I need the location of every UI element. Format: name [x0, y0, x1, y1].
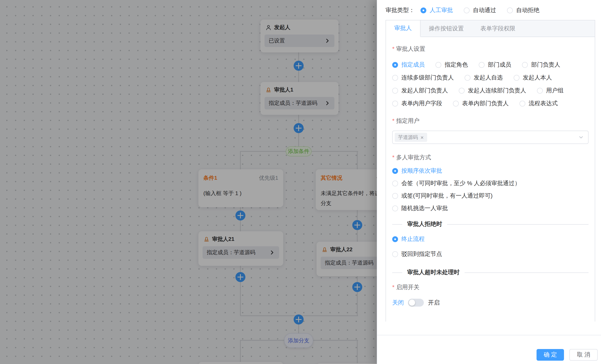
- selected-user-tag: 芋道源码 ×: [395, 133, 427, 142]
- approval-type-label: 审批类型：: [386, 7, 415, 14]
- approval-settings-drawer: 审批类型： 人工审批 自动通过 自动拒绝 审批人 操作按钮设置 表单字段权限: [377, 0, 601, 364]
- radio-terminate-process[interactable]: 终止流程: [392, 235, 589, 243]
- reject-section-title: 审批人拒绝时: [407, 221, 442, 228]
- radio-icon: [392, 236, 398, 242]
- drawer-scroll-area[interactable]: 审批人 操作按钮设置 表单字段权限 *审批人设置 指定成员 指定角色 部门成员 …: [386, 20, 595, 322]
- radio-icon: [421, 8, 426, 13]
- assign-user-label: *指定用户: [392, 117, 589, 125]
- radio-return-to-node[interactable]: 驳回到指定节点: [392, 250, 589, 258]
- radio-sequential[interactable]: 按顺序依次审批: [392, 167, 589, 175]
- required-asterisk: *: [392, 117, 394, 124]
- radio-dept-leader[interactable]: 部门负责人: [522, 61, 560, 69]
- enable-switch-label: *启用开关: [392, 284, 589, 291]
- radio-auto-pass[interactable]: 自动通过: [464, 7, 496, 14]
- radio-initiator-dept-leader[interactable]: 发起人部门负责人: [392, 87, 448, 94]
- radio-icon: [464, 8, 470, 13]
- radio-dept-member[interactable]: 部门成员: [479, 61, 511, 69]
- radio-icon: [392, 168, 398, 174]
- radio-icon: [507, 8, 513, 13]
- radio-process-expression[interactable]: 流程表达式: [520, 100, 558, 107]
- drawer-footer: 确 定 取 消: [377, 335, 601, 364]
- radio-user-group[interactable]: 用户组: [537, 87, 564, 94]
- tag-close-icon[interactable]: ×: [421, 135, 424, 140]
- cancel-button[interactable]: 取 消: [569, 349, 598, 361]
- radio-icon: [435, 62, 441, 68]
- chevron-down-icon: [578, 134, 584, 140]
- radio-form-dept-leader[interactable]: 表单内部门负责人: [453, 100, 509, 107]
- tab-approver[interactable]: 审批人: [386, 20, 421, 37]
- reject-options: 终止流程 驳回到指定节点: [392, 235, 589, 258]
- radio-icon: [392, 251, 398, 257]
- radio-icon: [453, 101, 459, 107]
- radio-countersign[interactable]: 会签（可同时审批，至少 % 人必须审批通过）: [392, 180, 589, 187]
- switch-off-label: 关闭: [392, 299, 404, 306]
- approver-setting-label: *审批人设置: [392, 45, 589, 53]
- confirm-button[interactable]: 确 定: [537, 349, 564, 361]
- radio-assign-role[interactable]: 指定角色: [435, 61, 468, 69]
- required-asterisk: *: [392, 154, 394, 161]
- tab-approver-panel: *审批人设置 指定成员 指定角色 部门成员 部门负责人 连续多级部门负责人 发起…: [386, 37, 595, 322]
- radio-initiator-multi-dept-leader[interactable]: 发起人连续部门负责人: [459, 87, 526, 94]
- radio-initiator-self[interactable]: 发起人本人: [514, 74, 552, 81]
- radio-initiator-choose[interactable]: 发起人自选: [465, 74, 503, 81]
- switch-on-label: 开启: [428, 299, 440, 306]
- radio-icon: [479, 62, 485, 68]
- timeout-toggle-switch[interactable]: [408, 299, 424, 307]
- flow-designer-screen: 发起人 已设置 审批人1 指定成员：芋道源码: [0, 0, 601, 364]
- required-asterisk: *: [392, 45, 394, 52]
- tab-bar: 审批人 操作按钮设置 表单字段权限: [386, 20, 595, 37]
- timeout-section-divider: 审批人超时未处理时: [392, 269, 589, 276]
- radio-orsign[interactable]: 或签(可同时审批，有一人通过即可): [392, 192, 589, 200]
- timeout-section-title: 审批人超时未处理时: [407, 269, 460, 276]
- radio-random-one[interactable]: 随机挑选一人审批: [392, 205, 589, 212]
- radio-icon: [459, 88, 465, 94]
- radio-icon: [392, 193, 398, 199]
- radio-manual-approve[interactable]: 人工审批: [421, 7, 453, 14]
- multi-mode-options: 按顺序依次审批 会签（可同时审批，至少 % 人必须审批通过） 或签(可同时审批，…: [392, 167, 589, 212]
- radio-icon: [392, 181, 398, 186]
- approval-type-row: 审批类型： 人工审批 自动通过 自动拒绝: [377, 0, 601, 17]
- required-asterisk: *: [392, 284, 394, 290]
- radio-icon: [520, 101, 525, 107]
- radio-auto-reject[interactable]: 自动拒绝: [507, 7, 540, 14]
- assign-user-select[interactable]: 芋道源码 ×: [392, 131, 589, 144]
- timeout-switch-row: 关闭 开启: [392, 299, 589, 307]
- radio-icon: [392, 88, 398, 94]
- tab-form-field-perms[interactable]: 表单字段权限: [472, 20, 524, 37]
- reject-section-divider: 审批人拒绝时: [392, 221, 589, 228]
- radio-icon: [514, 75, 520, 81]
- radio-icon: [392, 75, 398, 81]
- tabs-card: 审批人 操作按钮设置 表单字段权限 *审批人设置 指定成员 指定角色 部门成员 …: [386, 20, 595, 322]
- multi-mode-label: *多人审批方式: [392, 154, 589, 162]
- radio-icon: [392, 101, 398, 107]
- radio-icon: [465, 75, 471, 81]
- radio-icon: [392, 205, 398, 211]
- radio-icon: [537, 88, 543, 94]
- radio-icon: [392, 62, 398, 68]
- radio-icon: [522, 62, 528, 68]
- radio-multi-level-dept-leader[interactable]: 连续多级部门负责人: [392, 74, 454, 81]
- tab-button-settings[interactable]: 操作按钮设置: [421, 20, 472, 37]
- radio-form-user-field[interactable]: 表单内用户字段: [392, 100, 442, 107]
- radio-assign-member[interactable]: 指定成员: [392, 61, 425, 69]
